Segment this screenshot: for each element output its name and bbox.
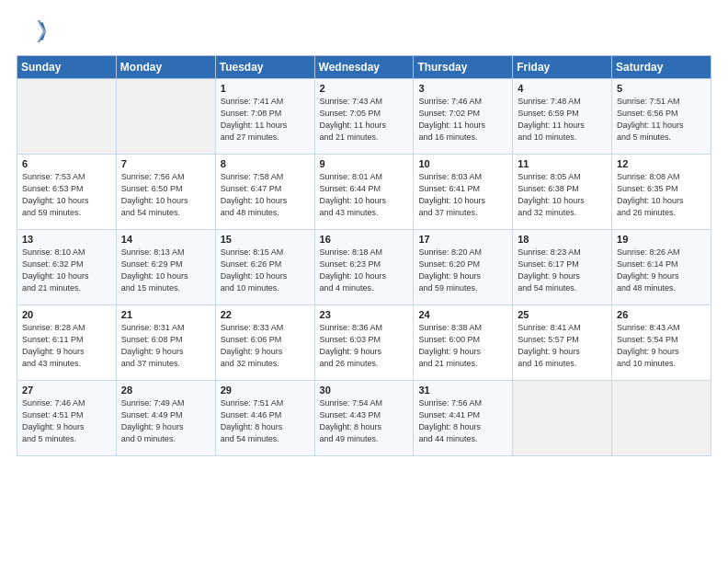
day-info: Sunrise: 8:23 AM Sunset: 6:17 PM Dayligh… (518, 247, 607, 294)
calendar-cell: 26Sunrise: 8:43 AM Sunset: 5:54 PM Dayli… (612, 305, 711, 381)
calendar-cell: 27Sunrise: 7:46 AM Sunset: 4:51 PM Dayli… (17, 381, 117, 456)
week-row-2: 6Sunrise: 7:53 AM Sunset: 6:53 PM Daylig… (17, 155, 711, 230)
calendar-cell: 5Sunrise: 7:51 AM Sunset: 6:56 PM Daylig… (612, 79, 711, 155)
day-number: 18 (518, 234, 607, 245)
calendar-cell: 8Sunrise: 7:58 AM Sunset: 6:47 PM Daylig… (215, 155, 314, 230)
calendar-cell: 16Sunrise: 8:18 AM Sunset: 6:23 PM Dayli… (314, 230, 414, 305)
day-info: Sunrise: 7:58 AM Sunset: 6:47 PM Dayligh… (221, 171, 310, 219)
day-info: Sunrise: 7:54 AM Sunset: 4:43 PM Dayligh… (320, 397, 409, 445)
calendar-cell: 1Sunrise: 7:41 AM Sunset: 7:08 PM Daylig… (215, 79, 314, 155)
day-info: Sunrise: 7:46 AM Sunset: 7:02 PM Dayligh… (418, 96, 507, 144)
header (17, 17, 711, 46)
calendar-cell: 30Sunrise: 7:54 AM Sunset: 4:43 PM Dayli… (314, 381, 414, 456)
day-info: Sunrise: 7:43 AM Sunset: 7:05 PM Dayligh… (320, 96, 409, 144)
day-header-thursday: Thursday (414, 56, 513, 79)
calendar-cell: 11Sunrise: 8:05 AM Sunset: 6:38 PM Dayli… (513, 155, 612, 230)
day-number: 13 (22, 234, 111, 245)
day-number: 27 (22, 385, 111, 396)
calendar-cell: 3Sunrise: 7:46 AM Sunset: 7:02 PM Daylig… (414, 79, 513, 155)
day-info: Sunrise: 8:03 AM Sunset: 6:41 PM Dayligh… (418, 171, 507, 219)
day-info: Sunrise: 8:38 AM Sunset: 6:00 PM Dayligh… (418, 322, 507, 370)
calendar-cell: 13Sunrise: 8:10 AM Sunset: 6:32 PM Dayli… (17, 230, 117, 305)
calendar-cell: 31Sunrise: 7:56 AM Sunset: 4:41 PM Dayli… (414, 381, 513, 456)
day-info: Sunrise: 8:10 AM Sunset: 6:32 PM Dayligh… (22, 247, 111, 294)
calendar-cell: 22Sunrise: 8:33 AM Sunset: 6:06 PM Dayli… (215, 305, 314, 381)
day-info: Sunrise: 8:43 AM Sunset: 5:54 PM Dayligh… (617, 322, 706, 370)
day-number: 3 (418, 83, 507, 94)
day-info: Sunrise: 8:41 AM Sunset: 5:57 PM Dayligh… (518, 322, 607, 370)
logo (17, 17, 50, 46)
day-number: 19 (617, 234, 706, 245)
day-info: Sunrise: 7:41 AM Sunset: 7:08 PM Dayligh… (221, 96, 310, 144)
day-number: 31 (418, 385, 507, 396)
day-number: 6 (22, 158, 111, 169)
calendar-cell: 20Sunrise: 8:28 AM Sunset: 6:11 PM Dayli… (17, 305, 117, 381)
day-number: 16 (320, 234, 409, 245)
calendar-cell (612, 381, 711, 456)
calendar-cell: 14Sunrise: 8:13 AM Sunset: 6:29 PM Dayli… (116, 230, 215, 305)
day-number: 22 (221, 309, 310, 320)
day-info: Sunrise: 7:48 AM Sunset: 6:59 PM Dayligh… (518, 96, 607, 144)
calendar-cell: 2Sunrise: 7:43 AM Sunset: 7:05 PM Daylig… (314, 79, 414, 155)
header-row: SundayMondayTuesdayWednesdayThursdayFrid… (17, 56, 711, 79)
day-number: 5 (617, 83, 706, 94)
day-number: 14 (121, 234, 210, 245)
day-info: Sunrise: 7:53 AM Sunset: 6:53 PM Dayligh… (22, 171, 111, 219)
day-number: 29 (221, 385, 310, 396)
day-number: 30 (320, 385, 409, 396)
calendar-cell: 9Sunrise: 8:01 AM Sunset: 6:44 PM Daylig… (314, 155, 414, 230)
day-header-wednesday: Wednesday (314, 56, 414, 79)
calendar-cell: 7Sunrise: 7:56 AM Sunset: 6:50 PM Daylig… (116, 155, 215, 230)
calendar-cell: 17Sunrise: 8:20 AM Sunset: 6:20 PM Dayli… (414, 230, 513, 305)
week-row-1: 1Sunrise: 7:41 AM Sunset: 7:08 PM Daylig… (17, 79, 711, 155)
calendar-cell: 23Sunrise: 8:36 AM Sunset: 6:03 PM Dayli… (314, 305, 414, 381)
day-header-monday: Monday (116, 56, 215, 79)
day-number: 17 (418, 234, 507, 245)
calendar-cell: 29Sunrise: 7:51 AM Sunset: 4:46 PM Dayli… (215, 381, 314, 456)
calendar-cell: 4Sunrise: 7:48 AM Sunset: 6:59 PM Daylig… (513, 79, 612, 155)
day-info: Sunrise: 8:28 AM Sunset: 6:11 PM Dayligh… (22, 322, 111, 370)
day-header-friday: Friday (513, 56, 612, 79)
day-info: Sunrise: 7:46 AM Sunset: 4:51 PM Dayligh… (22, 397, 111, 445)
day-number: 1 (221, 83, 310, 94)
calendar-cell: 18Sunrise: 8:23 AM Sunset: 6:17 PM Dayli… (513, 230, 612, 305)
calendar-cell: 19Sunrise: 8:26 AM Sunset: 6:14 PM Dayli… (612, 230, 711, 305)
day-info: Sunrise: 8:18 AM Sunset: 6:23 PM Dayligh… (320, 247, 409, 294)
day-info: Sunrise: 8:01 AM Sunset: 6:44 PM Dayligh… (320, 171, 409, 219)
calendar-cell: 15Sunrise: 8:15 AM Sunset: 6:26 PM Dayli… (215, 230, 314, 305)
day-number: 23 (320, 309, 409, 320)
page: SundayMondayTuesdayWednesdayThursdayFrid… (0, 0, 728, 465)
day-number: 10 (418, 158, 507, 169)
calendar-cell (17, 79, 117, 155)
day-info: Sunrise: 7:51 AM Sunset: 6:56 PM Dayligh… (617, 96, 706, 144)
calendar-cell: 10Sunrise: 8:03 AM Sunset: 6:41 PM Dayli… (414, 155, 513, 230)
calendar-cell (513, 381, 612, 456)
day-number: 21 (121, 309, 210, 320)
calendar-table: SundayMondayTuesdayWednesdayThursdayFrid… (17, 55, 711, 456)
calendar-cell: 25Sunrise: 8:41 AM Sunset: 5:57 PM Dayli… (513, 305, 612, 381)
calendar-cell: 21Sunrise: 8:31 AM Sunset: 6:08 PM Dayli… (116, 305, 215, 381)
calendar-cell: 28Sunrise: 7:49 AM Sunset: 4:49 PM Dayli… (116, 381, 215, 456)
svg-marker-1 (37, 20, 46, 42)
day-info: Sunrise: 8:08 AM Sunset: 6:35 PM Dayligh… (617, 171, 706, 219)
day-header-saturday: Saturday (612, 56, 711, 79)
day-info: Sunrise: 8:33 AM Sunset: 6:06 PM Dayligh… (221, 322, 310, 370)
day-number: 24 (418, 309, 507, 320)
calendar-cell: 24Sunrise: 8:38 AM Sunset: 6:00 PM Dayli… (414, 305, 513, 381)
day-header-tuesday: Tuesday (215, 56, 314, 79)
day-number: 15 (221, 234, 310, 245)
day-number: 28 (121, 385, 210, 396)
day-number: 8 (221, 158, 310, 169)
week-row-5: 27Sunrise: 7:46 AM Sunset: 4:51 PM Dayli… (17, 381, 711, 456)
week-row-4: 20Sunrise: 8:28 AM Sunset: 6:11 PM Dayli… (17, 305, 711, 381)
day-info: Sunrise: 7:56 AM Sunset: 6:50 PM Dayligh… (121, 171, 210, 219)
day-info: Sunrise: 8:31 AM Sunset: 6:08 PM Dayligh… (121, 322, 210, 370)
day-info: Sunrise: 8:13 AM Sunset: 6:29 PM Dayligh… (121, 247, 210, 294)
logo-icon (17, 17, 46, 46)
day-number: 11 (518, 158, 607, 169)
calendar-cell: 12Sunrise: 8:08 AM Sunset: 6:35 PM Dayli… (612, 155, 711, 230)
day-info: Sunrise: 7:51 AM Sunset: 4:46 PM Dayligh… (221, 397, 310, 445)
week-row-3: 13Sunrise: 8:10 AM Sunset: 6:32 PM Dayli… (17, 230, 711, 305)
day-number: 26 (617, 309, 706, 320)
day-number: 4 (518, 83, 607, 94)
